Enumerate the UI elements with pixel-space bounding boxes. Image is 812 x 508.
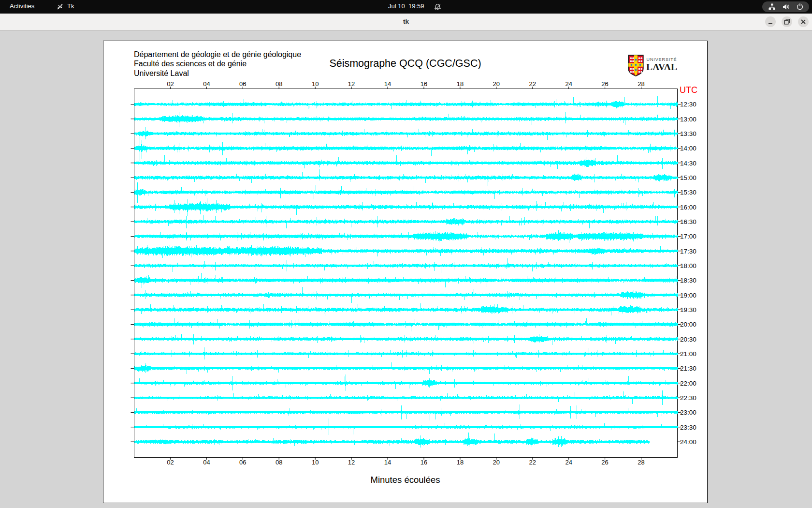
svg-text:12: 12 [348,459,355,466]
svg-text:22:30: 22:30 [680,394,696,402]
svg-text:26: 26 [601,459,608,466]
svg-text:10: 10 [312,459,319,466]
svg-text:20:30: 20:30 [680,336,696,343]
svg-text:20:00: 20:00 [680,321,696,328]
svg-text:LAVAL: LAVAL [646,62,677,72]
svg-text:13:30: 13:30 [680,130,696,137]
svg-text:20: 20 [493,459,500,466]
svg-text:23:00: 23:00 [680,409,696,416]
svg-text:24:00: 24:00 [680,438,696,446]
svg-text:19:00: 19:00 [680,292,696,299]
svg-text:08: 08 [276,80,282,88]
svg-text:21:00: 21:00 [680,350,696,358]
svg-text:19:30: 19:30 [680,306,696,314]
svg-text:15:00: 15:00 [680,174,696,181]
svg-text:14:00: 14:00 [680,145,696,152]
svg-text:17:00: 17:00 [680,233,696,240]
svg-text:16:30: 16:30 [680,218,696,225]
svg-text:22: 22 [529,80,536,88]
svg-text:04: 04 [203,459,210,466]
svg-text:21:30: 21:30 [680,365,696,372]
svg-text:28: 28 [638,459,644,466]
svg-text:18:30: 18:30 [680,277,696,284]
svg-text:24: 24 [565,80,572,88]
svg-text:24: 24 [565,459,572,466]
svg-text:28: 28 [638,80,644,88]
svg-text:15:30: 15:30 [680,189,696,196]
svg-text:16: 16 [420,80,427,88]
svg-text:12: 12 [348,80,355,88]
svg-text:13:00: 13:00 [680,116,696,123]
svg-text:UNIVERSITÉ: UNIVERSITÉ [647,57,677,62]
svg-text:14: 14 [384,459,391,466]
svg-text:06: 06 [239,459,246,466]
svg-text:18: 18 [457,80,464,88]
svg-text:12:30: 12:30 [680,101,696,108]
svg-text:22:00: 22:00 [680,380,696,387]
svg-text:22: 22 [529,459,536,466]
svg-text:23:30: 23:30 [680,424,696,431]
svg-text:17:30: 17:30 [680,248,696,255]
svg-text:02: 02 [167,459,174,466]
svg-text:14: 14 [384,80,391,88]
svg-text:14:30: 14:30 [680,160,696,167]
svg-text:16: 16 [420,459,427,466]
svg-text:UTC: UTC [680,85,697,95]
svg-text:26: 26 [601,80,608,88]
svg-text:18:00: 18:00 [680,262,696,269]
svg-text:18: 18 [457,459,464,466]
svg-text:10: 10 [312,80,319,88]
svg-text:16:00: 16:00 [680,204,696,211]
svg-text:20: 20 [493,80,500,88]
svg-text:04: 04 [203,80,210,88]
svg-text:06: 06 [239,80,246,88]
svg-text:02: 02 [167,80,174,88]
svg-text:08: 08 [276,459,282,466]
